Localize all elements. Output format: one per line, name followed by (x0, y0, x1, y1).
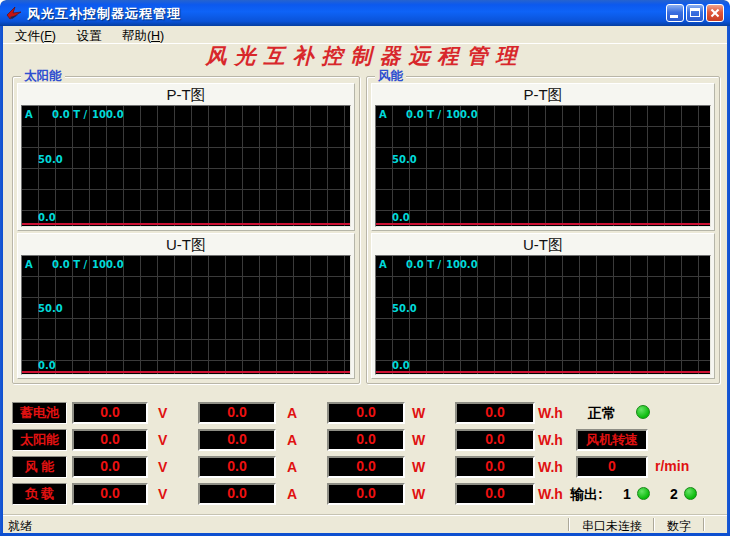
app-logo-icon (6, 5, 22, 21)
readout-row-battery: 蓄电池 0.0 V 0.0 A 0.0 W 0.0 W.h (12, 402, 572, 424)
zero-trace-line (22, 371, 350, 373)
axis-scale-label: 0.0 T / (52, 259, 87, 270)
menu-settings[interactable]: 设置 (68, 26, 109, 45)
battery-power-display: 0.0 (327, 402, 405, 424)
axis-min-label: 0.0 (392, 212, 410, 223)
unit-amp: A (287, 486, 297, 502)
unit-volt: V (158, 432, 167, 448)
axis-mid-label: 50.0 (38, 154, 63, 165)
window-title: 风光互补控制器远程管理 (27, 5, 181, 23)
fan-speed-label: 风机转速 (576, 429, 648, 451)
axis-marker: A (379, 109, 387, 120)
unit-watthour: W.h (538, 486, 563, 502)
axis-scale-label: 0.0 T / (52, 109, 87, 120)
load-voltage-display: 0.0 (72, 483, 148, 505)
normal-indicator-light (636, 405, 650, 419)
zero-trace-line (376, 223, 710, 225)
statusbar-divider (568, 518, 569, 531)
readout-row-load: 负 载 0.0 V 0.0 A 0.0 W 0.0 W.h (12, 483, 572, 505)
unit-volt: V (158, 459, 167, 475)
wind-ut-chart: A 0.0 T / 100.0 50.0 0.0 (375, 255, 711, 375)
solar-energy-display: 0.0 (455, 429, 535, 451)
unit-watt: W (412, 459, 425, 475)
axis-scale-label: 0.0 T / (406, 109, 441, 120)
fan-speed-unit: r/min (655, 458, 689, 474)
battery-energy-display: 0.0 (455, 402, 535, 424)
unit-amp: A (287, 432, 297, 448)
unit-watthour: W.h (538, 405, 563, 421)
output1-label: 1 (623, 486, 631, 502)
wind-energy-display: 0.0 (455, 456, 535, 478)
solar-ut-title: U-T图 (18, 234, 354, 254)
fan-speed-display: 0 (576, 456, 648, 478)
axis-max-label: 100.0 (446, 109, 478, 120)
axis-max-label: 100.0 (446, 259, 478, 270)
load-current-display: 0.0 (198, 483, 276, 505)
output1-indicator-light (637, 487, 650, 500)
wind-current-display: 0.0 (198, 456, 276, 478)
titlebar[interactable]: 风光互补控制器远程管理 (0, 0, 730, 26)
axis-min-label: 0.0 (392, 360, 410, 371)
axis-mid-label: 50.0 (392, 154, 417, 165)
axis-scale-label: 0.0 T / (406, 259, 441, 270)
solar-power-display: 0.0 (327, 429, 405, 451)
statusbar: 就绪 串口未连接 数字 (0, 515, 730, 533)
solar-ut-chart: A 0.0 T / 100.0 50.0 0.0 (21, 255, 351, 375)
axis-marker: A (25, 259, 33, 270)
minimize-icon[interactable] (666, 4, 684, 22)
unit-volt: V (158, 486, 167, 502)
load-label: 负 载 (12, 483, 67, 505)
wind-pt-panel: P-T图 A 0.0 T / 100.0 50.0 0.0 (371, 83, 715, 231)
axis-max-label: 100.0 (92, 259, 124, 270)
solar-voltage-display: 0.0 (72, 429, 148, 451)
menu-help[interactable]: 帮助(H) (114, 26, 172, 45)
axis-marker: A (25, 109, 33, 120)
wind-ut-title: U-T图 (372, 234, 714, 254)
zero-trace-line (376, 371, 710, 373)
unit-watthour: W.h (538, 459, 563, 475)
menu-file[interactable]: 文件(F) (7, 26, 64, 45)
solar-ut-panel: U-T图 A 0.0 T / 100.0 50.0 0.0 (17, 233, 355, 379)
app-window: 风光互补控制器远程管理 文件(F) 设置 帮助(H) 风光互补控制器远程管理 太… (0, 0, 730, 536)
axis-mid-label: 50.0 (392, 303, 417, 314)
output-label: 输出: (570, 486, 603, 504)
system-normal-label: 正常 (588, 405, 616, 423)
zero-trace-line (22, 223, 350, 225)
output2-label: 2 (670, 486, 678, 502)
axis-marker: A (379, 259, 387, 270)
close-icon[interactable] (706, 4, 724, 22)
load-power-display: 0.0 (327, 483, 405, 505)
wind-pt-chart: A 0.0 T / 100.0 50.0 0.0 (375, 105, 711, 227)
unit-watt: W (412, 486, 425, 502)
statusbar-divider (653, 518, 654, 531)
solar-current-display: 0.0 (198, 429, 276, 451)
battery-label: 蓄电池 (12, 402, 67, 424)
unit-volt: V (158, 405, 167, 421)
axis-max-label: 100.0 (92, 109, 124, 120)
unit-amp: A (287, 459, 297, 475)
statusbar-divider (703, 518, 704, 531)
wind-pt-title: P-T图 (372, 84, 714, 104)
wind-ut-panel: U-T图 A 0.0 T / 100.0 50.0 0.0 (371, 233, 715, 379)
unit-amp: A (287, 405, 297, 421)
load-energy-display: 0.0 (455, 483, 535, 505)
maximize-icon[interactable] (686, 4, 704, 22)
output2-indicator-light (684, 487, 697, 500)
axis-min-label: 0.0 (38, 360, 56, 371)
wind-label: 风 能 (12, 456, 67, 478)
unit-watt: W (412, 432, 425, 448)
readout-row-solar: 太阳能 0.0 V 0.0 A 0.0 W 0.0 W.h (12, 429, 572, 451)
page-title: 风光互补控制器远程管理 (0, 42, 730, 70)
wind-voltage-display: 0.0 (72, 456, 148, 478)
solar-pt-title: P-T图 (18, 84, 354, 104)
axis-mid-label: 50.0 (38, 303, 63, 314)
wind-power-display: 0.0 (327, 456, 405, 478)
readout-row-wind: 风 能 0.0 V 0.0 A 0.0 W 0.0 W.h (12, 456, 572, 478)
axis-min-label: 0.0 (38, 212, 56, 223)
unit-watt: W (412, 405, 425, 421)
solar-pt-panel: P-T图 A 0.0 T / 100.0 50.0 0.0 (17, 83, 355, 231)
solar-pt-chart: A 0.0 T / 100.0 50.0 0.0 (21, 105, 351, 227)
groupbox-wind: 风能 P-T图 A 0.0 T / 100.0 50.0 0.0 U-T图 A … (366, 76, 720, 384)
menubar: 文件(F) 设置 帮助(H) (3, 26, 727, 44)
solar-label: 太阳能 (12, 429, 67, 451)
